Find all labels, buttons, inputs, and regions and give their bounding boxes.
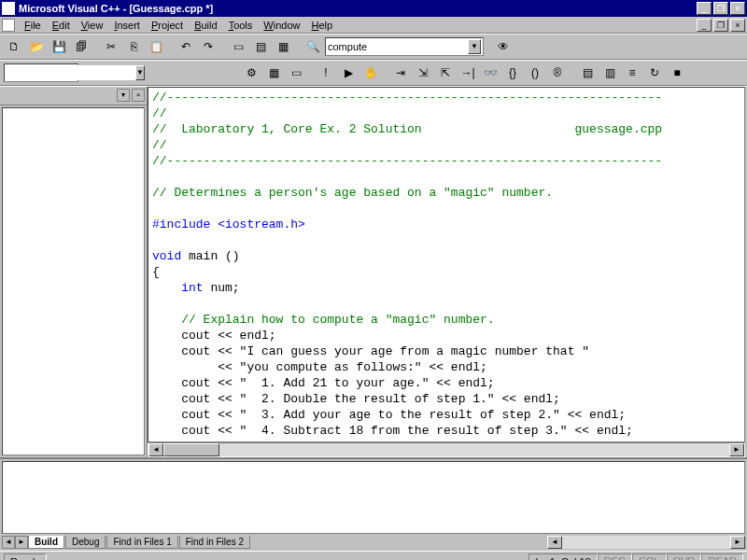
save-button[interactable]: 💾 [49, 36, 69, 57]
output-tabs: ◄ ► BuildDebugFind in Files 1Find in Fil… [0, 534, 747, 551]
scroll-left-button[interactable]: ◄ [148, 443, 163, 456]
scroll-track[interactable] [163, 443, 729, 456]
go-button[interactable]: ▶ [338, 63, 359, 83]
chevron-down-icon[interactable]: ▼ [135, 65, 145, 80]
menu-file[interactable]: File [19, 19, 47, 32]
config-combo[interactable]: ▼ [4, 63, 78, 82]
output-hscroll-track[interactable] [562, 536, 730, 549]
main-area: ▾ × //----------------------------------… [0, 86, 747, 457]
menu-window[interactable]: Window [258, 19, 305, 32]
menu-view[interactable]: View [76, 19, 109, 32]
stop-build-button[interactable]: ▭ [286, 63, 306, 83]
menu-help[interactable]: Help [305, 19, 338, 32]
close-button[interactable]: × [730, 2, 745, 15]
mdi-restore-button[interactable]: ❐ [713, 19, 728, 32]
status-bar: Ready Ln 1, Col 18 RECCOLOVRREAD [0, 551, 747, 560]
disassembly-button[interactable]: ≡ [622, 63, 642, 83]
menu-insert[interactable]: Insert [108, 19, 146, 32]
menu-build[interactable]: Build [189, 19, 222, 32]
memory-button[interactable]: ▤ [577, 63, 598, 83]
output-scroll-right-button[interactable]: ► [15, 536, 28, 549]
status-position: Ln 1, Col 18 [529, 553, 597, 561]
find-button[interactable]: 👁 [493, 36, 514, 57]
status-flag-col: COL [632, 553, 667, 561]
panel-close-button[interactable]: × [132, 89, 145, 102]
run-to-cursor-button[interactable]: →| [458, 63, 478, 83]
status-flag-rec: REC [598, 553, 632, 561]
output-tab-find-in-files-1[interactable]: Find in Files 1 [106, 536, 177, 549]
output-tab-find-in-files-2[interactable]: Find in Files 2 [179, 536, 250, 549]
step-out-button[interactable]: ⇱ [435, 63, 456, 83]
title-bar: Microsoft Visual C++ - [Guessage.cpp *] … [0, 0, 747, 17]
window-list-button[interactable]: ▦ [273, 36, 293, 57]
insert-breakpoint-button[interactable]: ✋ [360, 63, 381, 83]
workspace-button[interactable]: ▭ [228, 36, 248, 57]
mdi-close-button[interactable]: × [730, 19, 745, 32]
stop-debug-button[interactable]: ■ [667, 63, 687, 83]
open-file-button[interactable]: 📂 [26, 36, 47, 57]
mdi-window-buttons: _ ❐ × [697, 19, 745, 32]
mdi-minimize-button[interactable]: _ [697, 19, 712, 32]
build-button[interactable]: ▦ [263, 63, 284, 83]
find-in-files-button[interactable]: 🔍 [303, 36, 323, 57]
find-input[interactable] [328, 39, 468, 54]
output-hscroll-left[interactable]: ◄ [547, 536, 562, 549]
output-text[interactable] [2, 461, 745, 534]
menu-bar: FileEditViewInsertProjectBuildToolsWindo… [0, 17, 747, 34]
status-flag-ovr: OVR [667, 553, 702, 561]
output-hscroll-right[interactable]: ► [730, 536, 745, 549]
maximize-button[interactable]: ❐ [713, 2, 728, 15]
compile-button[interactable]: ⚙ [241, 63, 261, 83]
variables-button[interactable]: () [525, 63, 545, 83]
output-tab-debug[interactable]: Debug [65, 536, 106, 549]
output-panel: ◄ ► BuildDebugFind in Files 1Find in Fil… [0, 457, 747, 551]
document-icon[interactable] [2, 19, 15, 32]
scroll-right-button[interactable]: ► [729, 443, 744, 456]
undo-button[interactable]: ↶ [176, 36, 196, 57]
panel-dropdown-button[interactable]: ▾ [117, 89, 130, 102]
standard-toolbar: 🗋 📂 💾 🗐 ✂ ⎘ 📋 ↶ ↷ ▭ ▤ ▦ 🔍 ▼ 👁 [0, 34, 747, 60]
cut-button[interactable]: ✂ [101, 36, 121, 57]
step-into-button[interactable]: ⇥ [390, 63, 411, 83]
callstack-button[interactable]: ▥ [599, 63, 620, 83]
window-title: Microsoft Visual C++ - [Guessage.cpp *] [19, 3, 697, 14]
chevron-down-icon[interactable]: ▼ [468, 39, 481, 54]
paste-button[interactable]: 📋 [146, 36, 166, 57]
minimize-button[interactable]: _ [697, 2, 712, 15]
menu-project[interactable]: Project [146, 19, 189, 32]
new-file-button[interactable]: 🗋 [4, 36, 24, 57]
code-editor[interactable]: //--------------------------------------… [148, 87, 745, 442]
editor-horizontal-scrollbar[interactable]: ◄ ► [148, 442, 745, 457]
menu-tools[interactable]: Tools [223, 19, 259, 32]
copy-button[interactable]: ⎘ [123, 36, 144, 57]
workspace-panel: ▾ × [0, 87, 148, 457]
output-button[interactable]: ▤ [250, 36, 271, 57]
status-ready: Ready [4, 553, 47, 561]
quickwatch-button[interactable]: 👓 [480, 63, 500, 83]
status-flag-read: READ [701, 553, 743, 561]
workspace-panel-header: ▾ × [0, 87, 147, 105]
scroll-thumb[interactable] [163, 443, 219, 456]
registers-button[interactable]: ® [547, 63, 568, 83]
output-tab-build[interactable]: Build [28, 536, 64, 549]
workspace-tree[interactable] [2, 107, 145, 455]
config-input[interactable] [7, 65, 135, 80]
watch-button[interactable]: {} [502, 63, 523, 83]
restart-button[interactable]: ↻ [644, 63, 665, 83]
menu-edit[interactable]: Edit [47, 19, 76, 32]
save-all-button[interactable]: 🗐 [71, 36, 92, 57]
execute-button[interactable]: ! [316, 63, 336, 83]
app-icon [2, 2, 15, 15]
output-scroll-left-button[interactable]: ◄ [2, 536, 15, 549]
find-combo[interactable]: ▼ [325, 37, 484, 56]
redo-button[interactable]: ↷ [198, 36, 218, 57]
step-over-button[interactable]: ⇲ [413, 63, 433, 83]
editor-pane: //--------------------------------------… [148, 87, 747, 457]
window-buttons: _ ❐ × [697, 2, 745, 15]
build-toolbar: ▼ ⚙ ▦ ▭ ! ▶ ✋ ⇥ ⇲ ⇱ →| 👓 {} () ® ▤ ▥ ≡ ↻… [0, 60, 747, 86]
